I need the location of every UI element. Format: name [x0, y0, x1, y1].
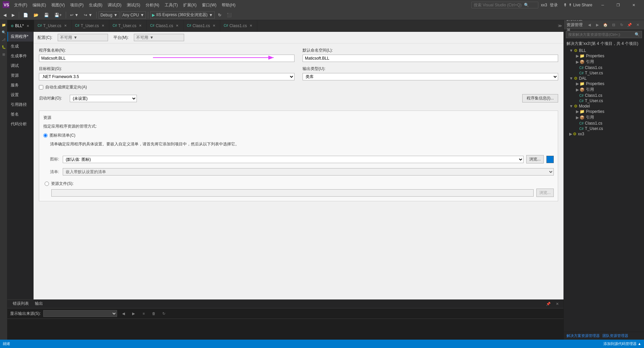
nav-signing[interactable]: 签名 [7, 110, 33, 119]
menu-debug[interactable]: 调试(D) [105, 1, 124, 9]
status-ready[interactable]: 就绪 [3, 341, 10, 346]
output-type-select[interactable]: 类库 [303, 73, 558, 80]
se-pin-btn[interactable]: 📌 [626, 21, 633, 28]
tab-class1-3-close[interactable]: ✕ [248, 23, 254, 28]
restore-button[interactable]: ❐ [610, 0, 626, 10]
nav-build-events[interactable]: 生成事件 [7, 51, 33, 61]
radio-resource-input[interactable] [45, 182, 49, 186]
save-button[interactable]: 💾 [42, 12, 51, 18]
activity-explorer[interactable]: 📁 [0, 21, 7, 28]
undo-button[interactable]: ↩ ▼ [68, 12, 80, 18]
manifest-select[interactable]: 嵌入带默认设置的清单 [63, 168, 554, 176]
tree-dal-project[interactable]: ▼ ⚙ DAL [564, 76, 644, 81]
se-collapse-btn[interactable]: ⊟ [610, 21, 617, 28]
tree-dal-class1[interactable]: C# Class1.cs [564, 93, 644, 98]
tree-dal-ref[interactable]: ▶ 📦 引用 [564, 86, 644, 93]
se-home-btn[interactable]: 🏠 [602, 21, 609, 28]
nav-resources[interactable]: 资源 [7, 71, 33, 80]
tab-bll-close[interactable]: ✕ [25, 23, 31, 28]
menu-extensions[interactable]: 扩展(X) [180, 1, 199, 9]
activity-git[interactable]: ⎇ [0, 36, 7, 43]
target-framework-select[interactable]: .NET Framework 3.5 [39, 73, 294, 80]
tab-class1-2-close[interactable]: ✕ [211, 23, 217, 28]
menu-build[interactable]: 生成(B) [86, 1, 105, 9]
tree-model-ref[interactable]: ▶ 📦 引用 [564, 114, 644, 121]
save-all-button[interactable]: 💾+ [52, 12, 64, 18]
tab-tuser1[interactable]: C# T_User.cs ✕ [34, 20, 72, 31]
tab-bll[interactable]: ⚙ BLL* ✕ [7, 20, 34, 31]
tab-error-list[interactable]: 错误列表 [10, 300, 32, 308]
tab-class1-1[interactable]: C# Class1.cs ✕ [147, 20, 183, 31]
live-share-btn[interactable]: ↟ ↟ Live Share [560, 2, 595, 8]
config-value-dropdown[interactable]: 不可用 ▼ [58, 34, 108, 41]
new-file-button[interactable]: 📄 [21, 12, 30, 18]
nav-reference-paths[interactable]: 引用路径 [7, 100, 33, 110]
output-source-select[interactable] [43, 310, 117, 317]
minimize-button[interactable]: ─ [595, 0, 610, 10]
assembly-name-input[interactable] [39, 55, 294, 62]
tab-tuser3-close[interactable]: ✕ [138, 23, 143, 28]
tree-model-properties[interactable]: ▶ 📁 Properties [564, 109, 644, 114]
menu-project[interactable]: 项目(P) [67, 1, 86, 9]
tree-bll-class1[interactable]: C# Class1.cs [564, 65, 644, 70]
close-button[interactable]: ✕ [626, 0, 641, 10]
menu-view[interactable]: 视图(V) [49, 1, 67, 9]
radio-icon-input[interactable] [43, 133, 48, 138]
menu-test[interactable]: 测试(S) [124, 1, 143, 9]
tab-overflow[interactable]: ≫ [556, 20, 564, 31]
activity-search[interactable]: 🔍 [0, 29, 7, 36]
tree-bll-properties[interactable]: ▶ 📁 Properties [564, 53, 644, 59]
icon-browse-button[interactable]: 浏览... [526, 155, 544, 163]
tree-model-project[interactable]: ▼ ⚙ Model [564, 103, 644, 109]
config-dropdown[interactable]: Debug ▼ [99, 11, 119, 19]
output-next-btn[interactable]: ▶ [130, 310, 137, 317]
tree-dal-tuser[interactable]: C# T_User.cs [564, 98, 644, 103]
redo-button[interactable]: ↪ ▼ [82, 12, 94, 18]
icon-select[interactable]: (默认值: 图标) [63, 156, 524, 163]
menu-file[interactable]: 文件(F) [11, 1, 30, 9]
search-input[interactable] [474, 3, 524, 7]
solution-search-input[interactable] [568, 32, 635, 37]
tab-output[interactable]: 输出 [32, 300, 46, 308]
tab-tuser3[interactable]: C# T_User.cs ✕ [109, 20, 147, 31]
open-button[interactable]: 📂 [32, 12, 41, 18]
tree-bll-ref[interactable]: ▶ 📦 引用 [564, 59, 644, 65]
stop-button[interactable]: ⬛ [225, 12, 234, 18]
menu-window[interactable]: 窗口(W) [199, 1, 219, 9]
team-explorer-link[interactable]: 团队资源管理器 [602, 333, 628, 338]
menu-edit[interactable]: 编辑(E) [30, 1, 49, 9]
refresh-button[interactable]: ↻ [216, 12, 223, 18]
nav-settings[interactable]: 设置 [7, 90, 33, 100]
activity-extensions[interactable]: ⊞ [0, 51, 7, 58]
nav-code-analysis[interactable]: 代码分析 [7, 119, 33, 129]
output-align-btn[interactable]: ≡ [140, 310, 147, 317]
tree-bll-project[interactable]: ▼ ⚙ BLL [564, 48, 644, 53]
output-refresh-btn[interactable]: ↻ [160, 310, 167, 317]
tab-tuser2[interactable]: C# T_User.cs ✕ [72, 20, 109, 31]
tree-xx3-project[interactable]: ▶ ⚙ xx3 [564, 131, 644, 137]
pin-output-button[interactable]: 📌 [545, 300, 552, 308]
tab-tuser2-close[interactable]: ✕ [100, 23, 106, 28]
back-button[interactable]: ◀ [1, 12, 8, 18]
nav-debug[interactable]: 调试 [7, 61, 33, 71]
login-btn[interactable]: 登录 [550, 2, 558, 8]
assembly-info-button[interactable]: 程序集信息(I)... [522, 94, 558, 102]
tab-class1-3[interactable]: C# Class1.cs ✕ [220, 20, 257, 31]
menu-tools[interactable]: 工具(T) [162, 1, 180, 9]
auto-generate-checkbox[interactable] [39, 85, 43, 89]
se-refresh-btn[interactable]: ↻ [618, 21, 625, 28]
solution-explorer-link[interactable]: 解决方案资源管理器 [567, 333, 600, 338]
solution-search-box[interactable]: 🔍 [566, 31, 642, 38]
status-source-control[interactable]: 添加到源代码管理器 ▲ [603, 341, 641, 346]
forward-button[interactable]: ▶ [10, 12, 17, 18]
tree-model-class1[interactable]: C# Class1.cs [564, 121, 644, 126]
menu-help[interactable]: 帮助(H) [219, 1, 238, 9]
close-output-button[interactable]: ✕ [553, 300, 561, 308]
activity-debug[interactable]: 🐛 [0, 44, 7, 50]
tab-class1-2[interactable]: C# Class1.cs ✕ [183, 20, 220, 31]
default-namespace-input[interactable] [303, 55, 558, 62]
title-search[interactable]: 🔍 [471, 2, 538, 8]
menu-analyze[interactable]: 分析(N) [143, 1, 162, 9]
tab-tuser1-close[interactable]: ✕ [63, 23, 68, 28]
se-close-btn[interactable]: ✕ [634, 21, 641, 28]
